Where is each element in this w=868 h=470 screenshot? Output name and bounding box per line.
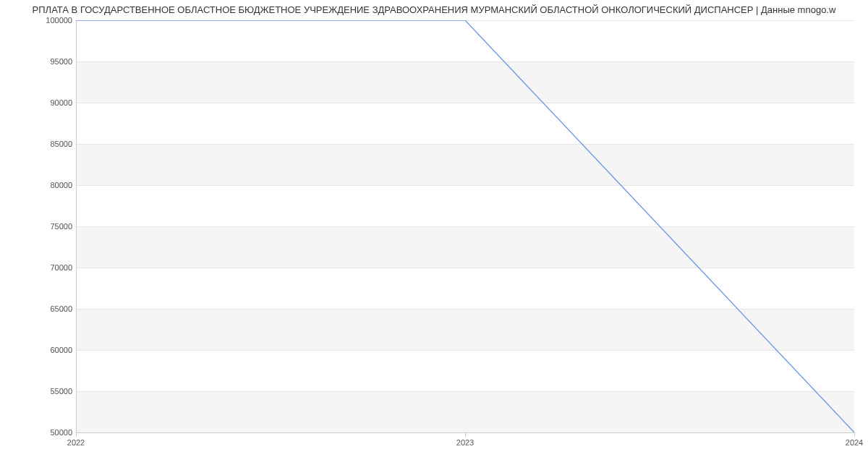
plot-area	[76, 20, 854, 432]
y-tick-label: 50000	[7, 428, 72, 437]
grid-line	[76, 350, 854, 351]
grid-line	[76, 185, 854, 186]
x-tick-mark	[465, 432, 466, 437]
y-tick-label: 85000	[7, 140, 72, 148]
y-tick-label: 90000	[7, 98, 72, 107]
chart-container: РПЛАТА В ГОСУДАРСТВЕННОЕ ОБЛАСТНОЕ БЮДЖЕ…	[0, 0, 868, 470]
grid-band	[76, 144, 854, 185]
y-tick-label: 80000	[7, 181, 72, 189]
x-tick-label: 2024	[846, 438, 863, 447]
y-tick-label: 70000	[7, 263, 72, 272]
x-tick-label: 2023	[456, 438, 474, 447]
grid-band	[76, 226, 854, 268]
y-tick-label: 60000	[7, 346, 72, 354]
grid-line	[76, 226, 854, 227]
y-tick-label: 55000	[7, 387, 72, 396]
chart-title: РПЛАТА В ГОСУДАРСТВЕННОЕ ОБЛАСТНОЕ БЮДЖЕ…	[0, 4, 868, 15]
grid-band	[76, 309, 854, 350]
grid-line	[76, 61, 854, 62]
y-tick-label: 95000	[7, 57, 72, 66]
grid-line	[76, 103, 854, 103]
x-tick-mark	[76, 432, 77, 437]
y-tick-label: 65000	[7, 304, 72, 313]
grid-line	[76, 20, 854, 21]
grid-band	[76, 61, 854, 103]
grid-line	[76, 309, 854, 309]
y-tick-label: 75000	[7, 222, 72, 231]
grid-line	[76, 268, 854, 268]
x-tick-mark	[854, 432, 855, 437]
grid-band	[76, 391, 854, 432]
y-tick-label: 100000	[7, 16, 72, 25]
grid-line	[76, 144, 854, 145]
x-tick-label: 2022	[67, 438, 85, 447]
grid-line	[76, 391, 854, 392]
y-axis	[76, 20, 77, 432]
